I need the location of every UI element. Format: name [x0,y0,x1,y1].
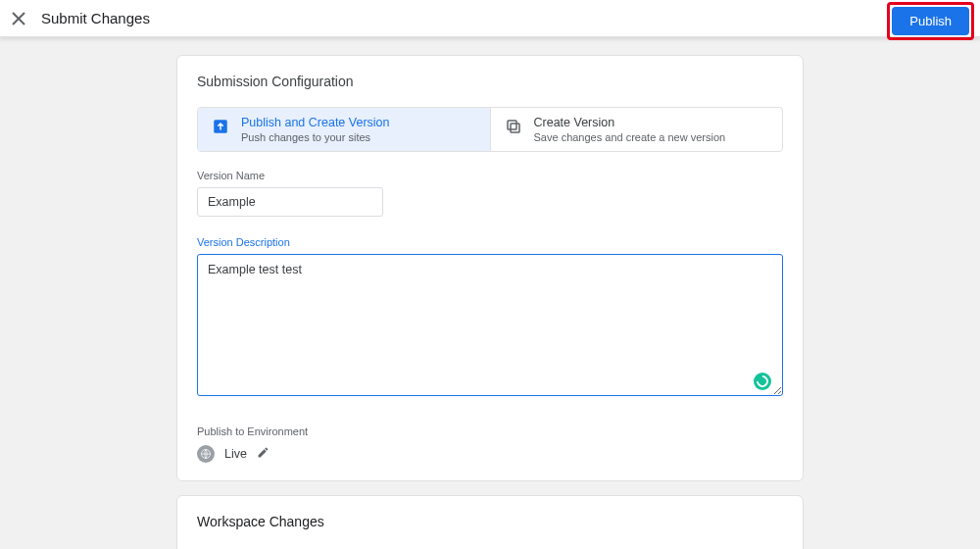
submission-config-card: Submission Configuration Publish and Cre… [176,55,804,481]
grammarly-icon[interactable] [754,373,771,390]
globe-icon [197,445,215,463]
close-button[interactable] [0,0,37,37]
version-name-input[interactable] [197,187,383,217]
version-desc-label: Version Description [197,236,783,248]
versions-icon [505,118,522,135]
submission-config-title: Submission Configuration [197,74,783,89]
publish-button[interactable]: Publish [892,7,969,35]
svg-rect-4 [511,124,519,132]
close-icon [12,12,25,25]
env-name: Live [224,447,247,461]
upload-icon [212,118,229,135]
top-bar: Submit Changes Publish [0,0,980,37]
pencil-icon [257,446,270,459]
svg-rect-3 [508,121,516,129]
publish-env-label: Publish to Environment [197,425,783,437]
tab-subtitle: Push changes to your sites [241,131,389,143]
workspace-changes-title: Workspace Changes [177,496,803,537]
version-name-label: Version Name [197,170,783,181]
tab-title: Create Version [534,116,726,129]
tab-title: Publish and Create Version [241,116,389,129]
tab-subtitle: Save changes and create a new version [534,131,726,143]
tab-create-version[interactable]: Create Version Save changes and create a… [490,108,783,151]
workspace-changes-card: Workspace Changes Name Type Change Last … [176,495,804,549]
publish-highlight: Publish [887,2,974,40]
edit-env-button[interactable] [257,445,270,463]
page-title: Submit Changes [41,10,150,26]
table-header: Name Type Change Last Edited User [197,537,783,549]
submission-tabs: Publish and Create Version Push changes … [197,107,783,152]
tab-publish-and-create[interactable]: Publish and Create Version Push changes … [198,108,490,151]
version-desc-textarea[interactable] [197,254,783,396]
